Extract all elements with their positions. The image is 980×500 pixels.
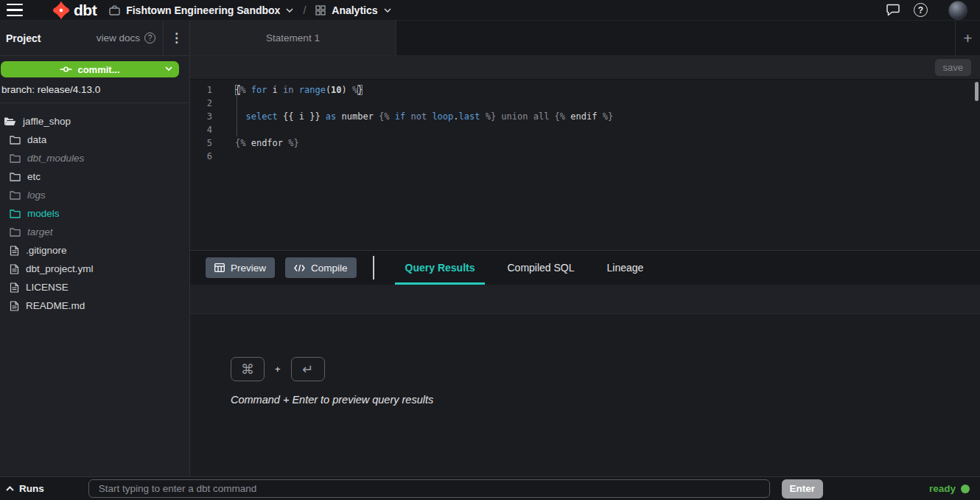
tree-item-dbt-project-yml[interactable]: dbt_project.yml bbox=[0, 260, 189, 278]
project-sidebar: Project view docs ? ⋮ bbox=[0, 21, 190, 476]
sidebar-header: Project view docs ? ⋮ bbox=[0, 21, 189, 56]
code-token: {{ i }} bbox=[278, 111, 326, 122]
tree-item-label: LICENSE bbox=[26, 282, 69, 293]
results-tabs: Query ResultsCompiled SQLLineage bbox=[395, 251, 666, 285]
table-icon bbox=[214, 263, 225, 272]
code-token: {% bbox=[555, 111, 571, 122]
workspace-name: Fishtown Engineering Sandbox bbox=[126, 4, 280, 16]
tree-item-logs[interactable]: logs bbox=[0, 186, 189, 204]
kebab-menu-icon[interactable]: ⋮ bbox=[163, 21, 189, 55]
return-key-icon: ↵ bbox=[291, 357, 325, 381]
help-glyph: ? bbox=[918, 5, 923, 15]
line-number: 1 bbox=[190, 83, 212, 97]
compile-button[interactable]: Compile bbox=[285, 257, 357, 278]
code-token: . bbox=[453, 111, 458, 122]
project-selector[interactable]: Analytics bbox=[315, 4, 391, 16]
commit-button[interactable]: commit... bbox=[1, 61, 179, 77]
code-token: endfor bbox=[251, 138, 283, 148]
tab-query-results[interactable]: Query Results bbox=[395, 251, 486, 285]
branch-label: branch: release/4.13.0 bbox=[1, 84, 189, 95]
tree-item-label: etc bbox=[27, 171, 41, 182]
runs-toggle[interactable]: Runs bbox=[6, 483, 44, 494]
avatar[interactable] bbox=[948, 1, 967, 20]
indent-guide bbox=[237, 96, 237, 136]
code-token bbox=[294, 85, 299, 95]
tab-compiled-sql[interactable]: Compiled SQL bbox=[497, 251, 584, 285]
tree-item-readme-md[interactable]: README.md bbox=[0, 296, 189, 315]
tree-item-target[interactable]: target bbox=[0, 223, 189, 241]
editor-scrollbar[interactable] bbox=[975, 82, 979, 101]
tree-item-models[interactable]: models bbox=[0, 204, 189, 223]
code-token: %} bbox=[603, 111, 613, 122]
plus-icon: + bbox=[963, 29, 972, 47]
code-content[interactable]: {% for i in range(10) %} select {{ i }} … bbox=[221, 80, 980, 250]
tab-lineage[interactable]: Lineage bbox=[597, 251, 654, 285]
commit-section: commit... branch: release/4.13.0 bbox=[0, 56, 189, 103]
save-button[interactable]: save bbox=[935, 59, 971, 76]
connection-status: ready bbox=[929, 483, 970, 494]
line-number: 2 bbox=[190, 97, 212, 110]
workspace-selector[interactable]: Fishtown Engineering Sandbox bbox=[109, 4, 293, 16]
code-token: ) bbox=[342, 85, 352, 95]
hamburger-menu-icon[interactable] bbox=[7, 4, 24, 17]
view-docs-label: view docs bbox=[97, 32, 140, 44]
tree-item-etc[interactable]: etc bbox=[0, 167, 189, 186]
code-line-4[interactable] bbox=[235, 123, 980, 136]
code-token: in bbox=[283, 85, 293, 95]
tab-label: Statement 1 bbox=[266, 32, 320, 44]
code-token: } bbox=[357, 85, 363, 95]
code-line-3[interactable]: select {{ i }} as number {% if not loop.… bbox=[235, 110, 980, 123]
tree-item-label: jaffle_shop bbox=[23, 116, 71, 127]
editor-toolbar: save bbox=[190, 56, 980, 80]
enter-button[interactable]: Enter bbox=[782, 479, 823, 499]
code-token bbox=[480, 111, 485, 122]
code-token: range bbox=[299, 85, 326, 95]
code-line-2[interactable] bbox=[235, 97, 980, 110]
code-line-6[interactable] bbox=[235, 150, 980, 163]
file-icon bbox=[10, 282, 19, 293]
compile-button-label: Compile bbox=[311, 263, 348, 274]
tree-item-dbt-modules[interactable]: dbt_modules bbox=[0, 149, 189, 167]
status-dot bbox=[961, 485, 970, 493]
results-header-strip bbox=[190, 285, 980, 314]
chevron-down-icon bbox=[165, 66, 172, 71]
project-name: Analytics bbox=[332, 4, 377, 16]
chat-icon[interactable] bbox=[886, 3, 900, 17]
tree-item-gitignore[interactable]: .gitignore bbox=[0, 241, 189, 260]
view-docs-link[interactable]: view docs ? bbox=[97, 32, 155, 44]
preview-button-label: Preview bbox=[231, 263, 266, 274]
dbt-command-input[interactable] bbox=[88, 479, 770, 498]
help-icon[interactable]: ? bbox=[914, 3, 928, 17]
status-text: ready bbox=[929, 483, 956, 494]
folder-icon bbox=[10, 227, 21, 237]
code-line-1[interactable]: {% for i in range(10) %} bbox=[235, 83, 980, 97]
new-tab-button[interactable]: + bbox=[955, 21, 980, 55]
code-token: loop bbox=[432, 111, 453, 122]
code-icon bbox=[294, 264, 305, 272]
tab-statement-1[interactable]: Statement 1 bbox=[190, 21, 396, 55]
chevron-down-icon bbox=[384, 8, 391, 13]
folder-icon bbox=[10, 190, 21, 200]
code-token: endif bbox=[570, 111, 597, 122]
results-content: ⌘ + ↵ Command + Enter to preview query r… bbox=[190, 314, 980, 476]
chevron-up-icon bbox=[6, 486, 14, 491]
tree-item-label: dbt_project.yml bbox=[26, 263, 94, 274]
code-token: {% bbox=[235, 138, 251, 148]
tree-item-jaffle-shop[interactable]: jaffle_shop bbox=[0, 112, 189, 131]
folder-icon bbox=[10, 153, 21, 163]
shortcut-hint-text: Command + Enter to preview query results bbox=[231, 394, 980, 406]
editor-tab-bar: Statement 1 + bbox=[190, 21, 980, 56]
code-line-5[interactable]: {% endfor %} bbox=[235, 136, 980, 150]
code-token: as bbox=[326, 111, 336, 122]
code-token: %} bbox=[288, 138, 298, 148]
code-token: %} bbox=[486, 111, 496, 122]
help-circle-icon: ? bbox=[144, 32, 155, 44]
tree-item-data[interactable]: data bbox=[0, 131, 189, 149]
preview-button[interactable]: Preview bbox=[206, 257, 275, 278]
toolbar-divider bbox=[373, 256, 374, 279]
folder-icon bbox=[10, 209, 21, 218]
tree-item-license[interactable]: LICENSE bbox=[0, 278, 189, 296]
code-token bbox=[597, 111, 602, 122]
folder-open-icon bbox=[4, 117, 16, 126]
code-editor[interactable]: 123456 {% for i in range(10) %} select {… bbox=[190, 80, 980, 251]
